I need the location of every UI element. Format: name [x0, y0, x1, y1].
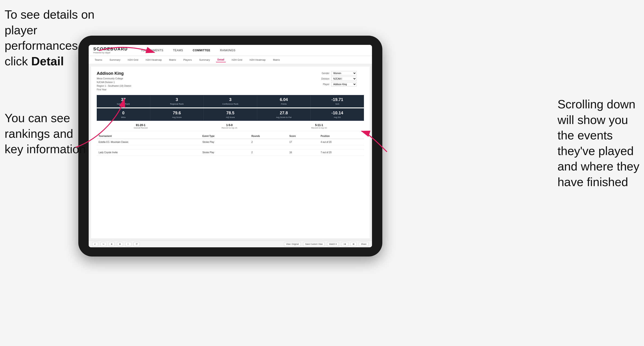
avg-sg-value: -10.14	[312, 111, 362, 116]
record-top50-value: 5-11-1	[311, 124, 327, 127]
player-select[interactable]: Addison King	[331, 82, 356, 86]
sub-nav-matrix2[interactable]: Matrix	[272, 57, 281, 62]
annotation-bottom-left: You can seerankings andkey information	[4, 110, 86, 157]
toolbar-grid[interactable]: ⊞	[350, 242, 356, 246]
tournament-name-2	[97, 145, 200, 149]
score-empty	[288, 145, 319, 149]
toolbar-watch[interactable]: Watch ▾	[327, 242, 339, 246]
sub-nav-h2h-grid2[interactable]: H2H Grid	[230, 57, 244, 62]
sub-nav-detail[interactable]: Detail	[216, 57, 226, 62]
event-type-empty	[200, 145, 250, 149]
col-tournament: Tournament	[97, 133, 200, 139]
toolbar-add[interactable]: ⊕	[109, 242, 115, 246]
toolbar-share[interactable]: Share	[359, 242, 368, 246]
rounds-1: 2	[250, 139, 288, 145]
sub-nav: Teams Summary H2H Grid H2H Heatmap Matri…	[89, 56, 372, 64]
nav-rankings[interactable]: RANKINGS	[218, 48, 237, 53]
event-type-1: Stroke Play	[200, 139, 250, 145]
gender-label: Gender	[318, 72, 329, 75]
avg-sg-label: Avg SG	[312, 116, 362, 119]
wins-label: Wins	[98, 116, 148, 119]
table-row[interactable]	[97, 145, 364, 149]
record-top25-label: Record vs top 25	[222, 127, 237, 129]
table-header-row: Tournament Event Type Rounds Score Posit…	[97, 133, 364, 139]
sub-nav-h2h-heatmap2[interactable]: H2H Heatmap	[248, 57, 267, 62]
points-value: 6.04	[259, 97, 309, 102]
annotation-top-left-text: To see details on player performances cl…	[4, 8, 94, 68]
col-event-type: Event Type	[200, 133, 250, 139]
player-header: Addison King Mesa Community College NJCA…	[97, 71, 364, 92]
col-score: Score	[288, 133, 319, 139]
tournament-name-3: Lady Coyote Invite	[97, 149, 200, 156]
sub-nav-summary[interactable]: Summary	[108, 57, 122, 62]
stat-wins: 0 Wins	[97, 108, 150, 121]
avg-score-par-value: 27.8	[259, 111, 309, 116]
player-division: NJCAA Division 1	[97, 81, 131, 84]
table-row[interactable]: Estella CC- Mountain Classic Stroke Play…	[97, 139, 364, 145]
records-row: 91-20-1 Overall Record 1-5-0 Record vs t…	[97, 122, 364, 131]
record-top50-label: Record vs top 50	[311, 127, 327, 129]
record-top25-value: 1-5-0	[222, 124, 237, 127]
record-top50: 5-11-1 Record vs top 50	[311, 124, 327, 129]
score-3: 16	[288, 149, 319, 156]
stat-avg-score-par: 27.8 Avg Score to Par	[257, 108, 311, 121]
col-position: Position	[319, 133, 364, 139]
tablet-frame: SCOREBOARD Powered by clippd TOURNAMENTS…	[78, 36, 382, 257]
player-school: Mesa Community College	[97, 77, 131, 81]
col-rounds: Rounds	[250, 133, 288, 139]
content-inner: Addison King Mesa Community College NJCA…	[91, 66, 370, 238]
content-area: Addison King Mesa Community College NJCA…	[89, 64, 372, 241]
annotation-bl-text: You can seerankings andkey information	[4, 111, 86, 156]
stat-avg-sg: -10.14 Avg SG	[311, 108, 364, 121]
adj-score-value: 78.5	[206, 111, 255, 116]
stat-points: 6.04 Points	[257, 95, 311, 107]
stat-national-rank: 37 National Rank	[97, 95, 150, 107]
sos-value: -19.71	[312, 97, 362, 102]
toolbar-view-original[interactable]: View: Original	[284, 242, 301, 246]
conference-rank-value: 3	[206, 97, 255, 102]
annotation-bold-detail: Detail	[31, 54, 64, 68]
toolbar-clock[interactable]: ⏱	[134, 242, 140, 246]
sub-nav-summary2[interactable]: Summary	[198, 57, 212, 62]
toolbar-layout[interactable]: □·	[125, 242, 131, 246]
annotation-top-left: To see details on player performances cl…	[4, 7, 101, 69]
stat-adj-score: 78.5 Adj Score	[204, 108, 257, 121]
division-filter-row: Division NJCAA I	[318, 77, 364, 81]
record-overall: 91-20-1 Overall Record	[134, 124, 148, 129]
score-1: 17	[288, 139, 319, 145]
stat-avg-score: 79.6 Avg Score	[150, 108, 204, 121]
player-year: First Year	[97, 88, 131, 92]
player-label: Player	[318, 83, 329, 86]
stat-conference-rank: 3 Conference Rank	[204, 95, 257, 107]
bottom-toolbar: ↩ ↪ ⊕ ⊕ □· ⏱ View: Original Save Custom …	[89, 241, 372, 247]
gender-select[interactable]: Women	[331, 71, 356, 75]
sub-nav-players[interactable]: Players	[182, 57, 193, 62]
events-table: Tournament Event Type Rounds Score Posit…	[97, 133, 364, 156]
stat-sos: -19.71 SoS	[311, 95, 364, 107]
stats-row-1: 37 National Rank 3 Regional Rank 3 Confe…	[97, 95, 364, 107]
stats-row-2: 0 Wins 79.6 Avg Score 78.5 Adj Score 27.…	[97, 108, 364, 121]
player-info: Addison King Mesa Community College NJCA…	[97, 71, 131, 92]
avg-score-par-label: Avg Score to Par	[259, 116, 309, 119]
nav-tournaments[interactable]: TOURNAMENTS	[139, 48, 165, 53]
sub-nav-h2h-heatmap[interactable]: H2H Heatmap	[144, 57, 163, 62]
nav-teams[interactable]: TEAMS	[172, 48, 184, 53]
division-select[interactable]: NJCAA I	[331, 77, 356, 81]
gender-filter-row: Gender Women	[318, 71, 364, 75]
toolbar-present[interactable]: □⊕	[341, 242, 348, 246]
sub-nav-h2h-grid[interactable]: H2H Grid	[126, 57, 140, 62]
national-rank-label: National Rank	[98, 103, 148, 105]
toolbar-save-custom[interactable]: Save Custom View	[303, 242, 325, 246]
record-top25: 1-5-0 Record vs top 25	[222, 124, 237, 129]
points-label: Points	[259, 103, 309, 105]
toolbar-redo[interactable]: ↪	[100, 242, 106, 246]
record-overall-value: 91-20-1	[134, 124, 148, 127]
conference-rank-label: Conference Rank	[206, 103, 255, 105]
toolbar-undo[interactable]: ↩	[92, 242, 98, 246]
nav-committee[interactable]: COMMITTEE	[192, 48, 212, 53]
annotation-right-text: Scrolling downwill show youthe eventsthe…	[558, 98, 640, 189]
sub-nav-matrix[interactable]: Matrix	[168, 57, 177, 62]
regional-rank-label: Regional Rank	[152, 103, 202, 105]
table-row[interactable]: Lady Coyote Invite Stroke Play 2 16 7 ou…	[97, 149, 364, 156]
toolbar-add2[interactable]: ⊕	[117, 242, 123, 246]
